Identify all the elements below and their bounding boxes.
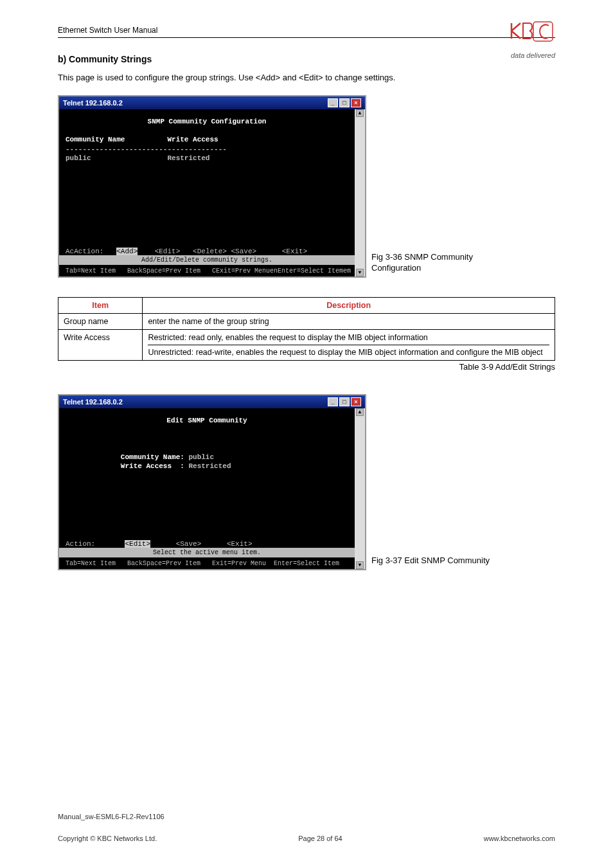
- window-controls: _ □ ×: [328, 397, 361, 406]
- section-heading: b) Community Strings: [58, 54, 555, 64]
- edit-access-label: Write Access :: [121, 462, 184, 470]
- telnet-screen-title: Edit SNMP Community: [66, 416, 348, 425]
- website-url: www.kbcnetworks.com: [484, 835, 555, 842]
- table-row: Group name enter the name of the group s…: [58, 314, 555, 330]
- edit-access-value: Restricted: [188, 462, 231, 470]
- telnet-title: Telnet 192.168.0.2: [63, 398, 123, 406]
- maximize-icon[interactable]: □: [339, 98, 350, 107]
- telnet-titlebar: Telnet 192.168.0.2 _ □ ×: [59, 96, 365, 109]
- add-action[interactable]: <Add>: [116, 248, 138, 255]
- document-header: Ethernet Switch User Manual: [58, 26, 555, 38]
- table-header-item: Item: [58, 298, 143, 314]
- close-icon[interactable]: ×: [351, 98, 361, 107]
- manual-id: Manual_sw-ESML6-FL2-Rev1106: [58, 813, 555, 820]
- table-caption: Table 3-9 Add/Edit Strings: [58, 362, 555, 372]
- copyright: Copyright © KBC Networks Ltd.: [58, 835, 157, 842]
- scroll-up-icon[interactable]: ▲: [356, 408, 364, 416]
- edit-name-value: public: [188, 453, 214, 461]
- cell-write-access-desc: Restricted: read only, enables the reque…: [143, 330, 555, 361]
- exit-action[interactable]: <Exit>: [227, 540, 253, 548]
- write-access-value: Restricted: [167, 154, 209, 162]
- telnet-window-edit-snmp: Telnet 192.168.0.2 _ □ × ▲ ▼ Edit SNMP C…: [58, 394, 366, 570]
- maximize-icon[interactable]: □: [339, 397, 350, 406]
- action-row: Action: <Edit> <Save> <Exit>: [66, 539, 348, 548]
- close-icon[interactable]: ×: [351, 397, 361, 406]
- figure-caption-2: Fig 3-37 Edit SNMP Community: [371, 556, 490, 566]
- figure-caption-1: Fig 3-36 SNMP Community Configuration: [371, 252, 473, 274]
- help-text: Add/Edit/Delete community strings.: [59, 255, 355, 265]
- brand-logo: data delivered: [510, 19, 555, 59]
- nav-hints: Tab=Next Item BackSpace=Prev Item CExit=…: [66, 267, 348, 275]
- edit-action[interactable]: <Edit>: [125, 540, 150, 548]
- window-controls: _ □ ×: [328, 98, 361, 107]
- save-action[interactable]: <Save>: [176, 540, 202, 548]
- edit-action[interactable]: <Edit>: [155, 248, 181, 255]
- cell-group-name-desc: enter the name of the group string: [143, 314, 555, 330]
- col-write-access: Write Access: [167, 136, 218, 143]
- help-text: Select the active menu item.: [59, 548, 355, 557]
- minimize-icon[interactable]: _: [328, 98, 338, 107]
- page-footer: Manual_sw-ESML6-FL2-Rev1106 Copyright © …: [58, 813, 555, 842]
- kbc-logo-icon: [510, 19, 555, 48]
- nav-hints: Tab=Next Item BackSpace=Prev Item Exit=P…: [66, 559, 348, 568]
- telnet-titlebar: Telnet 192.168.0.2 _ □ ×: [59, 395, 365, 408]
- save-action[interactable]: <Save>: [231, 248, 257, 255]
- telnet-window-snmp-config: Telnet 192.168.0.2 _ □ × ▲ ▼ SNMP Commun…: [58, 95, 366, 278]
- minimize-icon[interactable]: _: [328, 397, 338, 406]
- exit-action[interactable]: <Exit>: [282, 248, 308, 255]
- scroll-down-icon[interactable]: ▼: [356, 269, 364, 276]
- community-name-value: public: [66, 154, 91, 162]
- telnet-screen-title: SNMP Community Configuration: [66, 117, 348, 126]
- scroll-down-icon[interactable]: ▼: [356, 561, 364, 569]
- cell-write-access: Write Access: [58, 330, 143, 361]
- col-community-name: Community Name: [66, 136, 125, 143]
- scroll-up-icon[interactable]: ▲: [356, 109, 364, 117]
- table-header-description: Description: [143, 298, 555, 314]
- section-intro: This page is used to configure the group…: [58, 72, 555, 84]
- cell-group-name: Group name: [58, 314, 143, 330]
- table-row: Write Access Restricted: read only, enab…: [58, 330, 555, 361]
- action-row: AcAction: <Add> <Edit> <Delete> <Save> <…: [66, 247, 348, 256]
- logo-tagline: data delivered: [510, 51, 555, 59]
- page-number: Page 28 of 64: [298, 835, 342, 842]
- description-table: Item Description Group name enter the na…: [58, 297, 555, 361]
- divider-dashes: --------------------------------------: [66, 145, 348, 154]
- delete-action[interactable]: <Delete>: [193, 248, 227, 255]
- telnet-title: Telnet 192.168.0.2: [63, 99, 123, 107]
- edit-name-label: Community Name:: [121, 453, 184, 461]
